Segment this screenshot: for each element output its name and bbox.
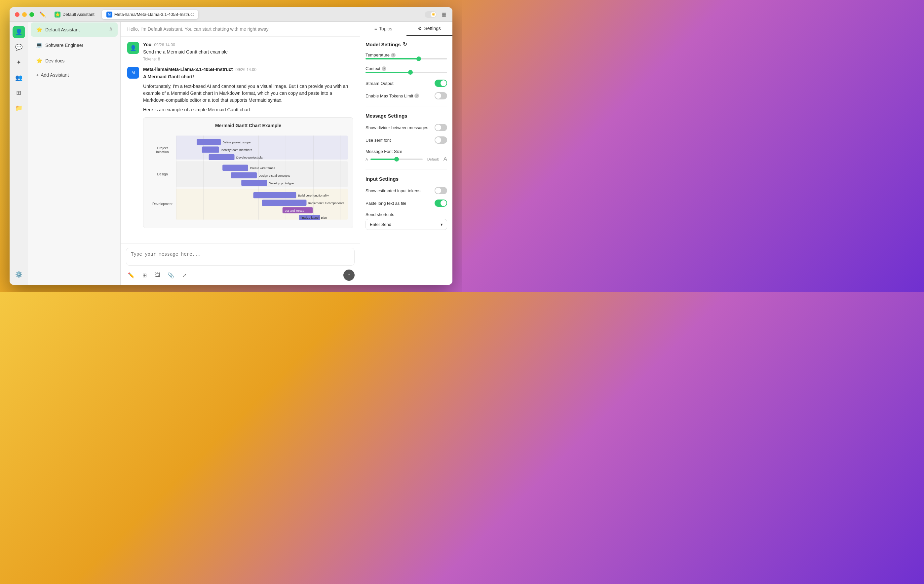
sidebar-icon-grid[interactable]: ⊞ (13, 87, 25, 99)
font-size-small-label: A (366, 157, 368, 161)
user-message-text: Send me a Mermaid Gantt chart example (143, 49, 353, 56)
default-assistant-tab-label: Default Assistant (63, 12, 94, 17)
max-tokens-row: Enable Max Tokens Limit ? (366, 92, 447, 99)
context-thumb[interactable] (408, 70, 413, 75)
ai-message-text-3: Here is an example of a simple Mermaid G… (143, 106, 353, 113)
chevron-down-icon: ▾ (441, 222, 443, 227)
context-slider[interactable] (366, 72, 447, 73)
close-button[interactable] (15, 12, 20, 17)
svg-text:Design: Design (157, 173, 168, 176)
context-label: Context ? (366, 66, 386, 71)
ai-avatar: M (127, 67, 139, 79)
svg-text:Initiation: Initiation (156, 150, 169, 154)
temperature-setting: Temperature ? (366, 53, 447, 61)
svg-rect-28 (262, 199, 307, 206)
temperature-slider[interactable] (366, 58, 447, 59)
gantt-chart-title: Mermaid Gantt Chart Example (149, 123, 348, 128)
edit-toolbar-button[interactable]: ✏️ (126, 270, 137, 280)
user-avatar: 👤 (127, 42, 139, 54)
image-toolbar-button[interactable]: 🖼 (152, 270, 163, 280)
svg-text:Define project scope: Define project scope (223, 141, 251, 144)
sidebar-icon-settings[interactable]: ⚙️ (13, 268, 25, 281)
sidebar-item-dev-docs[interactable]: ⭐ Dev docs (31, 54, 118, 68)
chat-messages: 👤 You 09/26 14:00 Send me a Mermaid Gant… (120, 37, 360, 243)
settings-content: Model Settings ↻ Temperature ? (360, 36, 452, 235)
serif-font-knob (435, 137, 441, 143)
show-tokens-label: Show estimated input tokens (366, 188, 420, 193)
add-assistant-button[interactable]: + Add Assistant (31, 69, 118, 81)
font-size-setting: Message Font Size A Default A (366, 149, 447, 163)
sidebar-icon-folder[interactable]: 📁 (13, 102, 25, 114)
show-divider-toggle[interactable] (435, 124, 447, 131)
paste-as-file-row: Paste long text as file (366, 199, 447, 207)
show-tokens-knob (435, 188, 441, 194)
ai-message-time: 09/26 14:00 (236, 67, 256, 72)
svg-text:Build core functionality: Build core functionality (298, 194, 329, 197)
minimize-button[interactable] (22, 12, 27, 17)
chat-header-text: Hello, I'm Default Assistant. You can st… (127, 26, 269, 32)
context-track (366, 72, 447, 73)
max-tokens-help-icon[interactable]: ? (414, 94, 419, 98)
theme-toggle[interactable] (425, 11, 437, 18)
paste-as-file-knob (441, 200, 447, 206)
font-size-thumb[interactable] (394, 157, 399, 161)
gantt-chart-container: Mermaid Gantt Chart Example (143, 117, 353, 228)
sidebar-item-default-assistant[interactable]: ⭐ Default Assistant # (31, 23, 118, 37)
sidebar-icon-sparkle[interactable]: ✦ (13, 56, 25, 69)
tab-topics[interactable]: ≡ Topics (360, 22, 406, 36)
sidebar-item-left: ⭐ Default Assistant (36, 26, 80, 33)
maximize-button[interactable] (30, 12, 34, 17)
context-fill (366, 72, 411, 73)
add-icon: + (36, 72, 39, 77)
sidebar-item-left-3: ⭐ Dev docs (36, 58, 64, 64)
sidebar-item-software-engineer[interactable]: 💻 Software Engineer (31, 38, 118, 52)
send-shortcuts-value: Enter Send (370, 222, 391, 227)
svg-rect-24 (241, 180, 267, 186)
hash-icon: # (109, 27, 112, 33)
sidebar-toggle-icon[interactable]: ▦ (441, 11, 447, 18)
edit-icon[interactable]: ✏️ (39, 11, 46, 18)
chat-input[interactable] (126, 248, 355, 266)
dev-docs-label: Dev docs (45, 58, 64, 63)
svg-rect-18 (209, 154, 234, 160)
paste-as-file-toggle[interactable] (435, 199, 447, 207)
titlebar-tabs: ⭐ Default Assistant M Meta-llama/Meta-Ll… (50, 10, 421, 19)
ai-message-content: Meta-llama/Meta-Llama-3.1-405B-Instruct … (143, 67, 353, 228)
font-size-fill (370, 158, 396, 160)
font-size-slider[interactable] (370, 158, 422, 160)
serif-font-toggle[interactable] (435, 137, 447, 144)
send-button[interactable]: ↑ (343, 270, 355, 281)
tab-default-assistant[interactable]: ⭐ Default Assistant (50, 10, 99, 19)
expand-toolbar-button[interactable]: ⤢ (179, 270, 189, 280)
tab-meta-llama[interactable]: M Meta-llama/Meta-Llama-3.1-405B-Instruc… (102, 10, 199, 19)
ai-message-header: Meta-llama/Meta-Llama-3.1-405B-Instruct … (143, 67, 353, 72)
svg-text:Implement UI components: Implement UI components (309, 201, 344, 205)
model-settings-refresh-icon[interactable]: ↻ (403, 41, 407, 47)
user-name: You (143, 42, 151, 47)
sidebar-panel: ⭐ Default Assistant # 💻 Software Enginee… (28, 22, 120, 285)
max-tokens-toggle[interactable] (435, 92, 447, 99)
chat-input-toolbar: ✏️ ⊞ 🖼 📎 ⤢ ↑ (126, 270, 355, 281)
context-help-icon[interactable]: ? (382, 66, 386, 71)
default-assistant-tab-icon: ⭐ (54, 12, 61, 18)
svg-text:Finalize launch plan: Finalize launch plan (300, 216, 327, 219)
sidebar-icon-user[interactable]: 👤 (13, 26, 25, 38)
temperature-help-icon[interactable]: ? (391, 53, 396, 58)
svg-text:Develop prototype: Develop prototype (269, 182, 294, 185)
stream-output-toggle[interactable] (435, 80, 447, 87)
send-shortcuts-dropdown[interactable]: Enter Send ▾ (366, 219, 447, 230)
sidebar-icon-chat[interactable]: 💬 (13, 41, 25, 54)
chat-input-area: ✏️ ⊞ 🖼 📎 ⤢ ↑ (120, 243, 360, 285)
send-shortcuts-label: Send shortcuts (366, 212, 447, 217)
svg-rect-20 (223, 165, 248, 171)
svg-rect-26 (254, 192, 297, 199)
attach-toolbar-button[interactable]: 📎 (165, 270, 176, 280)
show-tokens-toggle[interactable] (435, 187, 447, 194)
temperature-thumb[interactable] (416, 56, 421, 61)
add-assistant-label: Add Assistant (41, 72, 69, 77)
table-toolbar-button[interactable]: ⊞ (139, 270, 150, 280)
show-divider-knob (435, 125, 441, 130)
tab-settings[interactable]: ⚙ Settings (406, 22, 453, 36)
sidebar-icon-person-plus[interactable]: 👥 (13, 71, 25, 84)
font-size-label: Message Font Size (366, 149, 447, 154)
